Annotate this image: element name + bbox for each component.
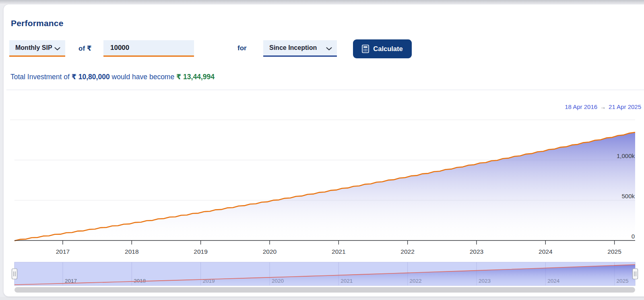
section-divider [6, 90, 644, 90]
for-label: for [237, 44, 247, 52]
arrow-right-icon: → [597, 104, 609, 110]
of-rupee-label: of ₹ [78, 44, 92, 53]
page-title: Performance [11, 18, 64, 28]
frequency-select[interactable]: Monthly SIP [9, 40, 65, 57]
date-range-start: 18 Apr 2016 [565, 103, 597, 110]
calculate-button-label: Calculate [373, 45, 402, 53]
date-range-end: 21 Apr 2025 [609, 103, 641, 110]
total-invested-amount: ₹ 10,80,000 [72, 73, 110, 81]
calculator-icon [362, 45, 369, 53]
chevron-down-icon [54, 47, 60, 51]
period-select[interactable]: Since Inception [263, 40, 337, 57]
chevron-down-icon [326, 47, 332, 51]
final-value-amount: ₹ 13,44,994 [176, 73, 215, 81]
amount-input[interactable] [103, 40, 194, 57]
frequency-select-value: Monthly SIP [15, 44, 52, 51]
period-select-value: Since Inception [269, 44, 317, 51]
result-text: Total Investment of ₹ 10,80,000 would ha… [10, 73, 215, 81]
chart-date-range: 18 Apr 2016→21 Apr 2025 [565, 103, 641, 110]
calculate-button[interactable]: Calculate [353, 39, 412, 58]
